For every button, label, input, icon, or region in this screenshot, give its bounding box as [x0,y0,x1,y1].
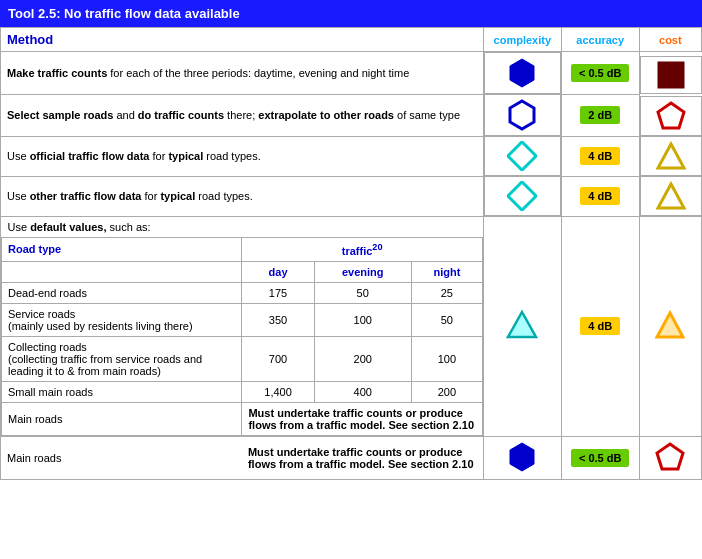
service-roads-row: Service roads(mainly used by residents l… [2,303,483,336]
complexity-header: complexity [483,28,561,52]
main-roads-full-cell: Main roads Must undertake traffic counts… [1,436,484,479]
method-row-2-text: Select sample roads and do traffic count… [1,94,484,136]
default-label-row: Use default values, such as: [2,217,483,238]
method-row-4-complexity [484,176,561,216]
method-row-3: Use official traffic flow data for typic… [1,136,702,176]
collecting-roads-row: Collecting roads(collecting traffic from… [2,336,483,381]
method-row-4-cost [640,176,702,216]
road-type-header-row: Road type traffic20 [2,238,483,262]
method-header: Method [1,28,484,52]
empty-cell [2,261,242,282]
method-row-4: Use other traffic flow data for typical … [1,176,702,217]
svg-marker-5 [658,144,684,168]
column-headers: Method complexity accuracy cost [1,28,702,52]
svg-marker-8 [508,312,536,337]
main-roads-row: Main roads Must undertake traffic counts… [2,402,483,435]
method-row-4-text: Use other traffic flow data for typical … [1,176,484,217]
service-roads-name: Service roads(mainly used by residents l… [2,303,242,336]
svg-rect-1 [658,62,684,88]
svg-marker-11 [657,444,683,469]
method-row-2-accuracy: 2 dB [561,94,639,136]
method-row-3-complexity [484,136,561,176]
evening-header: evening [314,261,411,282]
svg-marker-10 [510,443,534,471]
dead-end-night: 25 [411,282,482,303]
collecting-roads-day: 700 [242,336,314,381]
default-complexity [483,217,561,437]
tool-header: Tool 2.5: No traffic flow data available [0,0,702,27]
dead-end-name: Dead-end roads [2,282,242,303]
default-label: Use default values, such as: [2,217,483,238]
main-roads-label-inner: Main roads [1,442,242,474]
small-main-roads-night: 200 [411,381,482,402]
main-roads-desc-inner: Must undertake traffic counts or produce… [242,442,483,474]
main-roads-accuracy: < 0.5 dB [561,436,639,479]
svg-marker-2 [510,101,534,129]
dead-end-evening: 50 [314,282,411,303]
default-values-cell: Use default values, such as: Road type t… [1,217,484,437]
default-accuracy: 4 dB [561,217,639,437]
service-roads-day: 350 [242,303,314,336]
svg-marker-7 [658,184,684,208]
traffic-header-cell: traffic20 [242,238,482,262]
collecting-roads-name: Collecting roads(collecting traffic from… [2,336,242,381]
default-values-row: Use default values, such as: Road type t… [1,217,702,437]
dead-end-row: Dead-end roads 175 50 25 [2,282,483,303]
method-row-1-cost [640,56,702,94]
main-roads-data-row: Main roads Must undertake traffic counts… [1,442,483,474]
method-row-2-complexity [484,94,561,136]
collecting-roads-evening: 200 [314,336,411,381]
dead-end-day: 175 [242,282,314,303]
day-header: day [242,261,314,282]
small-main-roads-row: Small main roads 1,400 400 200 [2,381,483,402]
svg-rect-4 [508,142,536,170]
main-roads-cost [639,436,701,479]
method-row-2-cost [640,96,702,136]
method-row-1-accuracy: < 0.5 dB [561,52,639,95]
main-roads-description: Must undertake traffic counts or produce… [242,402,482,435]
service-roads-evening: 100 [314,303,411,336]
svg-marker-3 [658,103,684,128]
method-row-3-text: Use official traffic flow data for typic… [1,136,484,176]
method-row-1-complexity [484,52,561,94]
svg-rect-6 [508,182,536,210]
night-header: night [411,261,482,282]
method-row-3-accuracy: 4 dB [561,136,639,176]
road-type-header: Road type [2,238,242,262]
day-evening-night-header: day evening night [2,261,483,282]
service-roads-night: 50 [411,303,482,336]
method-row-2: Select sample roads and do traffic count… [1,94,702,136]
cost-header: cost [639,28,701,52]
method-row-1-text: Make traffic counts for each of the thre… [1,52,484,95]
small-main-roads-evening: 400 [314,381,411,402]
collecting-roads-night: 100 [411,336,482,381]
method-row-3-cost [640,136,702,176]
main-roads-complexity [483,436,561,479]
small-main-roads-name: Small main roads [2,381,242,402]
svg-marker-9 [657,313,683,337]
method-row-4-accuracy: 4 dB [561,176,639,217]
method-row-1: Make traffic counts for each of the thre… [1,52,702,95]
svg-marker-0 [510,59,534,87]
accuracy-header: accuracy [561,28,639,52]
main-roads-icons-row: Main roads Must undertake traffic counts… [1,436,702,479]
default-cost [639,217,701,437]
main-roads-name: Main roads [2,402,242,435]
small-main-roads-day: 1,400 [242,381,314,402]
